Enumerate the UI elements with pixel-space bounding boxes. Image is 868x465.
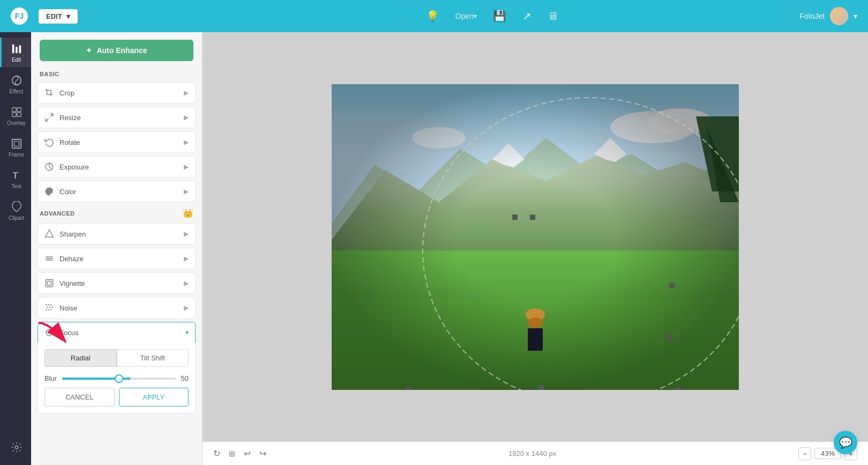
effect-label: Effect	[10, 88, 23, 94]
chat-icon: 💬	[839, 436, 852, 449]
edit-mode-dropdown[interactable]: EDIT ▾	[39, 9, 78, 24]
focus-label: Focus	[59, 329, 78, 337]
username-label: FotoJet	[799, 12, 825, 20]
exposure-label: Exposure	[59, 163, 89, 171]
sidebar-item-effect[interactable]: Effect	[0, 69, 31, 99]
cancel-button[interactable]: CANCEL	[44, 388, 115, 407]
share-icon-btn[interactable]: ↗	[522, 10, 532, 23]
sidebar-item-frame[interactable]: Frame	[0, 132, 31, 162]
sidebar-item-edit[interactable]: Edit	[0, 38, 31, 67]
svg-rect-2	[19, 46, 21, 54]
blur-slider[interactable]	[62, 378, 175, 380]
dehaze-chevron-icon: ▶	[184, 255, 189, 262]
settings-icon	[11, 441, 23, 453]
save-icon-btn[interactable]: 💾	[493, 10, 506, 23]
logo: FJ	[11, 8, 28, 25]
svg-rect-48	[530, 215, 535, 220]
sidebar-item-settings[interactable]	[9, 436, 23, 457]
edit-label: Edit	[12, 57, 21, 63]
undo-icon: ↩	[244, 448, 251, 459]
header: FJ EDIT ▾ 💡 Open ▾ 💾 ↗ 🖥 FotoJet ▾	[0, 0, 868, 32]
share-icon: ↗	[522, 10, 532, 23]
rotate-tool[interactable]: Rotate ▶	[38, 131, 196, 153]
focus-chevron-icon: ▾	[185, 329, 189, 336]
apply-button[interactable]: APPLY	[119, 388, 189, 407]
blur-label: Blur	[44, 374, 57, 382]
sidebar-item-text[interactable]: T Text	[0, 164, 31, 194]
svg-rect-24	[52, 307, 53, 308]
sidebar-bottom	[9, 436, 23, 465]
svg-text:T: T	[12, 171, 18, 180]
print-icon-btn[interactable]: 🖥	[548, 10, 558, 23]
svg-rect-6	[12, 113, 16, 116]
resize-tool[interactable]: Resize ▶	[38, 107, 196, 128]
canvas-dimensions: 1920 x 1440 px	[508, 449, 556, 457]
sidebar-item-clipart[interactable]: Clipart	[0, 196, 31, 225]
text-icon: T	[11, 169, 23, 181]
focus-tool[interactable]: Focus ▾	[38, 322, 196, 343]
svg-rect-9	[14, 141, 19, 146]
dehaze-label: Dehaze	[59, 255, 84, 263]
refresh-icon: ↻	[213, 448, 220, 459]
svg-point-11	[15, 446, 18, 449]
blur-control-row: Blur 50	[44, 374, 189, 382]
avatar[interactable]	[830, 7, 848, 25]
svg-rect-53	[676, 387, 681, 390]
noise-label: Noise	[59, 304, 77, 312]
crop-tool[interactable]: Crop ▶	[38, 82, 196, 104]
svg-rect-49	[669, 283, 675, 288]
exposure-chevron-icon: ▶	[184, 163, 189, 171]
vignette-tool[interactable]: Vignette ▶	[38, 272, 196, 294]
svg-rect-45	[332, 84, 739, 390]
overlay-label: Overlay	[7, 120, 25, 126]
noise-tool[interactable]: Noise ▶	[38, 297, 196, 319]
sharpen-tool[interactable]: Sharpen ▶	[38, 223, 196, 245]
redo-icon: ↪	[259, 448, 266, 459]
edit-panel: ✦ Auto Enhance BASIC Crop ▶ Resize ▶ Rot…	[31, 32, 203, 465]
lightbulb-icon: 💡	[426, 10, 439, 23]
refresh-icon-btn[interactable]: ↻	[213, 448, 220, 459]
color-label: Color	[59, 188, 76, 196]
redo-icon-btn[interactable]: ↪	[259, 448, 266, 459]
lightbulb-icon-btn[interactable]: 💡	[426, 10, 439, 23]
photo-background	[332, 84, 739, 390]
user-dropdown-icon: ▾	[854, 12, 857, 20]
text-label: Text	[11, 183, 21, 189]
effect-icon	[11, 75, 23, 86]
svg-rect-21	[50, 304, 51, 305]
svg-rect-19	[46, 304, 47, 305]
zoom-out-button[interactable]: −	[798, 447, 811, 460]
svg-rect-52	[538, 385, 544, 390]
dehaze-tool[interactable]: Dehaze ▶	[38, 248, 196, 269]
svg-rect-47	[512, 215, 518, 220]
svg-rect-1	[16, 47, 18, 53]
sharpen-icon	[44, 229, 54, 239]
save-icon: 💾	[493, 10, 506, 23]
open-label: Open	[455, 12, 474, 20]
photo-canvas[interactable]	[332, 84, 739, 390]
undo-icon-btn[interactable]: ↩	[244, 448, 251, 459]
chat-support-button[interactable]: 💬	[834, 431, 857, 454]
focus-icon	[44, 328, 54, 337]
tilt-shift-tab[interactable]: Tilt Shift	[117, 349, 189, 367]
compare-icon-btn[interactable]: ⊞	[229, 449, 235, 458]
svg-rect-51	[407, 387, 412, 390]
auto-enhance-button[interactable]: ✦ Auto Enhance	[40, 40, 193, 61]
resize-chevron-icon: ▶	[184, 114, 189, 121]
svg-rect-20	[48, 304, 49, 305]
sidebar-item-overlay[interactable]: Overlay	[0, 101, 31, 130]
noise-icon	[44, 303, 54, 313]
svg-rect-0	[12, 45, 14, 54]
noise-chevron-icon: ▶	[184, 304, 189, 312]
open-button[interactable]: Open ▾	[455, 12, 477, 20]
crop-label: Crop	[59, 89, 74, 97]
svg-rect-26	[48, 309, 49, 310]
svg-rect-4	[12, 108, 16, 112]
open-chevron-icon: ▾	[474, 12, 477, 20]
exposure-tool[interactable]: Exposure ▶	[38, 156, 196, 178]
radial-tab[interactable]: Radial	[44, 349, 117, 367]
color-tool[interactable]: Color ▶	[38, 181, 196, 202]
focus-expanded-panel: Radial Tilt Shift Blur 50 CANCEL APPLY	[38, 343, 196, 414]
vignette-icon	[44, 278, 54, 288]
clipart-label: Clipart	[9, 215, 24, 221]
